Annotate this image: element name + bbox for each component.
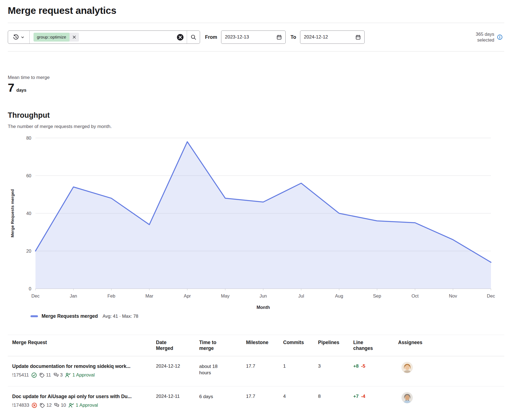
x-tick-label: Dec: [31, 293, 39, 298]
legend-swatch: [30, 315, 38, 317]
column-header-line-changes: Line changes: [349, 335, 394, 356]
line-changes-cell: +8-5: [349, 356, 394, 386]
column-header-milestone: Milestone: [242, 335, 279, 356]
assignees-cell: [394, 386, 504, 416]
metric-value: 7: [8, 81, 14, 94]
y-tick-label: 80: [26, 135, 31, 140]
info-icon[interactable]: [497, 34, 503, 40]
merge-request-id-link[interactable]: !174833: [12, 403, 29, 408]
label-icon: [40, 403, 45, 408]
y-tick-label: 40: [26, 211, 31, 216]
label-icon: [39, 373, 45, 378]
merge-request-analytics-page: Merge request analytics: [0, 0, 512, 416]
table-header-row: Merge Request Date Merged Time to merge …: [8, 335, 504, 356]
days-selected-indicator: 365 days selected: [467, 31, 504, 43]
x-circle-icon: [32, 403, 37, 408]
filter-bar: group::optimize: [8, 23, 504, 52]
milestone-cell: 17.7: [242, 386, 279, 416]
filter-token-label: group::optimize: [34, 33, 70, 42]
merge-request-cell: Doc update for AiUsage api only for user…: [8, 386, 152, 416]
legend-stats: Avg: 41 · Max: 78: [103, 314, 138, 319]
column-header-merge-request: Merge Request: [8, 335, 152, 356]
x-tick-label: Oct: [411, 293, 419, 298]
commits-cell: 1: [279, 356, 314, 386]
approvals-badge: 1 Approval: [65, 372, 94, 378]
x-tick-label: Jul: [298, 293, 304, 298]
clear-search-button[interactable]: [176, 34, 184, 41]
chart-legend: Merge Requests merged Avg: 41 · Max: 78: [30, 313, 504, 319]
approval-icon: [65, 372, 71, 378]
deletions-count: -5: [361, 363, 365, 369]
table-row: Doc update for AiUsage api only for user…: [8, 386, 504, 416]
legend-label: Merge Requests merged: [42, 313, 98, 319]
date-range-to: To 2024-12-12: [291, 30, 365, 44]
from-label: From: [205, 34, 217, 40]
y-tick-label: 20: [26, 249, 31, 253]
x-tick-label: Apr: [184, 293, 191, 298]
x-tick-label: Feb: [107, 293, 115, 298]
comments-icon: [53, 373, 59, 378]
filtered-search-box: group::optimize: [8, 30, 200, 44]
search-history-dropdown[interactable]: [8, 31, 30, 43]
days-selected-text: 365 days selected: [467, 31, 494, 43]
history-icon: [13, 34, 19, 40]
from-date-value: 2023-12-13: [225, 34, 249, 40]
x-tick-label: May: [221, 293, 230, 298]
column-header-assignees: Assignees: [394, 335, 504, 356]
metric-label: Mean time to merge: [8, 75, 504, 80]
column-header-commits: Commits: [279, 335, 314, 356]
from-date-input[interactable]: 2023-12-13: [221, 30, 286, 44]
throughput-area: [35, 142, 491, 289]
to-date-input[interactable]: 2024-12-12: [300, 30, 365, 44]
filtered-search-input[interactable]: group::optimize: [30, 31, 187, 43]
date-merged-cell: 2024-12-11: [152, 386, 195, 416]
y-axis-label: Merge Requests merged: [10, 189, 15, 237]
merge-request-cell: Update documentation for removing sideki…: [8, 356, 152, 386]
merge-request-id-link[interactable]: !175411: [12, 372, 29, 378]
milestone-cell: 17.7: [242, 356, 279, 386]
search-icon: [191, 34, 196, 40]
y-tick-label: 0: [29, 286, 31, 291]
throughput-title: Throughput: [8, 111, 504, 120]
column-header-pipelines: Pipelines: [314, 335, 349, 356]
assignee-avatar[interactable]: [401, 362, 413, 373]
assignee-avatar[interactable]: [401, 392, 413, 403]
calendar-icon[interactable]: [355, 35, 361, 40]
approvals-badge: 1 Approval: [68, 403, 98, 408]
column-header-time-to-merge: Time to merge: [195, 335, 242, 356]
comments-count: 10: [54, 403, 66, 408]
x-tick-label: Mar: [145, 293, 153, 298]
date-merged-cell: 2024-12-12: [152, 356, 195, 386]
x-tick-label: Dec: [487, 293, 495, 298]
calendar-icon[interactable]: [277, 35, 282, 40]
token-remove-icon[interactable]: [70, 33, 79, 42]
merge-request-title-link[interactable]: Doc update for AiUsage api only for user…: [12, 394, 149, 399]
to-date-value: 2024-12-12: [304, 34, 328, 40]
comments-count: 3: [53, 372, 63, 378]
check-circle-icon: [31, 372, 37, 378]
search-button[interactable]: [187, 31, 200, 43]
x-tick-label: Sep: [373, 293, 381, 298]
to-label: To: [291, 34, 296, 40]
pipelines-cell: 8: [314, 386, 349, 416]
throughput-chart: 020406080DecJanFebMarAprMayJunJulAugSepO…: [8, 131, 504, 312]
commits-cell: 4: [279, 386, 314, 416]
page-title: Merge request analytics: [8, 0, 504, 23]
y-tick-label: 60: [26, 173, 31, 178]
pipelines-cell: 3: [314, 356, 349, 386]
x-tick-label: Jun: [260, 293, 267, 298]
x-tick-label: Aug: [335, 293, 343, 298]
merge-request-title-link[interactable]: Update documentation for removing sideki…: [12, 363, 149, 369]
line-changes-cell: +7-4: [349, 386, 394, 416]
filter-token[interactable]: group::optimize: [34, 33, 79, 42]
approval-icon: [68, 403, 74, 408]
labels-count: 12: [40, 403, 52, 408]
table-row: Update documentation for removing sideki…: [8, 356, 504, 386]
assignees-cell: [394, 356, 504, 386]
additions-count: +7: [353, 394, 359, 399]
metric-unit: days: [16, 88, 26, 93]
date-range-from: From 2023-12-13: [205, 30, 286, 44]
time-to-merge-cell: about 18 hours: [195, 356, 242, 386]
labels-count: 11: [39, 372, 51, 378]
comments-icon: [54, 403, 59, 408]
